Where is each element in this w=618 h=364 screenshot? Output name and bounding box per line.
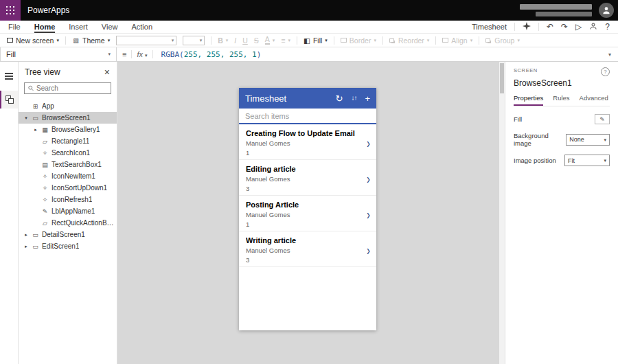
design-canvas[interactable]: Timesheet ↻ ↓↑ + Creating Flow to Update…	[117, 62, 505, 364]
font-family-select[interactable]: ▾	[116, 36, 176, 45]
chevron-down-icon: ▾	[604, 158, 606, 163]
chevron-right-icon[interactable]: ›	[367, 205, 370, 222]
help-icon[interactable]: ?	[605, 23, 610, 31]
text-align-button[interactable]: ≡▾	[281, 36, 290, 45]
chevron-down-icon: ▾	[56, 38, 59, 43]
tree-item-textsearchbox1[interactable]: ▤ TextSearchBox1	[19, 159, 117, 170]
tab-properties[interactable]: Properties	[514, 94, 543, 106]
border-button[interactable]: Border ▾	[341, 36, 376, 45]
align-button[interactable]: Align ▾	[442, 36, 472, 45]
sort-icon[interactable]: ↓↑	[351, 95, 356, 102]
tree-item-browsegallery1[interactable]: ▸ ▦ BrowseGallery1	[19, 124, 117, 135]
scrollbar-thumb[interactable]	[500, 63, 504, 93]
tree-item-iconnewitem1[interactable]: ✧ IconNewItem1	[19, 170, 117, 182]
tree-search-input[interactable]	[36, 84, 107, 92]
fill-color-picker-button[interactable]: ✎	[595, 114, 610, 124]
font-size-select[interactable]: ▾	[183, 36, 205, 45]
background-image-select[interactable]: None ▾	[566, 134, 610, 146]
app-search-box[interactable]	[239, 109, 376, 124]
screen-icon: ▭	[32, 231, 39, 238]
font-color-icon: A	[265, 36, 270, 45]
strikethrough-button[interactable]: S	[254, 36, 259, 45]
gallery-item-subtitle: Manuel Gomes	[246, 211, 360, 218]
tree-item-rectangle11[interactable]: ▱ Rectangle11	[19, 135, 117, 147]
app-name[interactable]: PowerApps	[27, 5, 69, 15]
waffle-menu-button[interactable]	[0, 0, 21, 21]
app-header-bar[interactable]: Timesheet ↻ ↓↑ +	[239, 88, 376, 109]
new-screen-button[interactable]: New screen ▾	[7, 36, 59, 45]
underline-icon: U	[242, 36, 248, 45]
fx-button[interactable]: fx ▾	[137, 50, 147, 58]
menu-insert[interactable]: Insert	[69, 21, 88, 33]
play-preview-icon[interactable]: ▷	[575, 23, 582, 31]
gallery-item-4[interactable]: Writing article Manuel Gomes 3 ›	[239, 231, 376, 267]
tree-item-iconsortupdown1[interactable]: ✧ IconSortUpDown1	[19, 182, 117, 194]
bold-button[interactable]: B▾	[218, 36, 228, 45]
tree-item-editscreen1[interactable]: ▸ ▭ EditScreen1	[19, 240, 117, 252]
property-select[interactable]: Fill ▾	[0, 47, 117, 62]
border-label: Border	[350, 36, 371, 45]
icon-control-icon: ✧	[41, 196, 49, 203]
font-color-button[interactable]: A▾	[265, 36, 275, 45]
background-image-label: Background image	[514, 132, 566, 147]
divider	[479, 36, 479, 45]
chevron-right-icon[interactable]: ›	[367, 170, 370, 186]
tree-item-label: BrowseGallery1	[52, 126, 100, 133]
refresh-icon[interactable]: ↻	[336, 94, 343, 103]
gallery-item-2[interactable]: Editing article Manuel Gomes 3 ›	[239, 160, 376, 196]
tree-item-lblappname1[interactable]: ✎ LblAppName1	[19, 205, 117, 217]
canvas-scrollbar[interactable]	[499, 62, 505, 364]
underline-button[interactable]: U	[242, 36, 248, 45]
tree-item-iconrefresh1[interactable]: ✧ IconRefresh1	[19, 194, 117, 205]
tree-view-rail-button[interactable]	[0, 91, 18, 109]
chevron-collapsed-icon[interactable]: ▸	[33, 127, 38, 133]
undo-icon[interactable]: ↶	[547, 23, 553, 31]
menu-home[interactable]: Home	[34, 21, 56, 33]
tree-view-header: Tree view ×	[19, 62, 117, 81]
redo-icon[interactable]: ↷	[561, 23, 568, 31]
formula-menu-icon[interactable]: ≡	[122, 50, 126, 58]
chevron-right-icon[interactable]: ›	[367, 241, 370, 258]
close-icon[interactable]: ×	[104, 67, 110, 77]
formula-input[interactable]: RGBA(255, 255, 255, 1)	[161, 50, 608, 59]
app-title-label[interactable]: Timesheet	[245, 93, 286, 104]
chevron-expanded-icon[interactable]: ▾	[23, 115, 29, 121]
group-button[interactable]: Group ▾	[485, 36, 520, 45]
gallery-item-3[interactable]: Posting Article Manuel Gomes 1 ›	[239, 196, 376, 231]
italic-button[interactable]: I	[234, 36, 236, 45]
menu-file[interactable]: File	[8, 21, 21, 33]
waffle-icon	[6, 6, 14, 14]
tab-advanced[interactable]: Advanced	[580, 94, 608, 106]
chevron-right-icon[interactable]: ›	[367, 134, 370, 150]
screen-preview[interactable]: Timesheet ↻ ↓↑ + Creating Flow to Update…	[239, 88, 376, 330]
formula-expand-icon[interactable]: ▾	[608, 52, 618, 58]
chevron-collapsed-icon[interactable]: ▸	[23, 232, 29, 238]
tree-item-searchicon1[interactable]: ✧ SearchIcon1	[19, 147, 117, 159]
reorder-icon	[389, 38, 394, 43]
tree-item-rectquickactionbar1[interactable]: ▱ RectQuickActionBar1	[19, 217, 117, 229]
hamburger-menu-button[interactable]	[0, 67, 18, 85]
tree-item-app[interactable]: ⊞ App	[19, 100, 117, 112]
tree-item-label: LblAppName1	[52, 207, 95, 215]
share-icon[interactable]	[589, 22, 597, 32]
chevron-collapsed-icon[interactable]: ▸	[23, 244, 29, 249]
fx-label: fx	[137, 50, 143, 58]
menu-bar: File Home Insert View Action Timesheet ↶…	[0, 21, 618, 34]
app-search-input[interactable]	[245, 112, 370, 120]
user-avatar[interactable]	[599, 3, 614, 18]
menu-view[interactable]: View	[102, 21, 118, 33]
tree-search-box[interactable]	[24, 82, 111, 94]
fill-button[interactable]: ◧ Fill ▾	[304, 36, 328, 45]
tree-item-detailscreen1[interactable]: ▸ ▭ DetailScreen1	[19, 229, 117, 240]
panel-help-icon[interactable]: ?	[601, 67, 610, 76]
new-item-icon[interactable]: +	[365, 94, 370, 103]
tab-rules[interactable]: Rules	[553, 94, 569, 106]
image-position-select[interactable]: Fit ▾	[564, 155, 610, 166]
menu-action[interactable]: Action	[131, 21, 152, 33]
reorder-button[interactable]: Reorder ▾	[389, 36, 429, 45]
tree-item-browsescreen1[interactable]: ▾ ▭ BrowseScreen1	[19, 112, 117, 124]
tree-view-panel: Tree view × ⊞ App ▾ ▭ BrowseScreen1 ▸ ▦ …	[19, 62, 117, 364]
magic-icon[interactable]	[523, 22, 531, 32]
theme-button[interactable]: ▧ Theme ▾	[72, 36, 110, 45]
gallery-item-1[interactable]: Creating Flow to Update Email Manuel Gom…	[239, 124, 376, 160]
